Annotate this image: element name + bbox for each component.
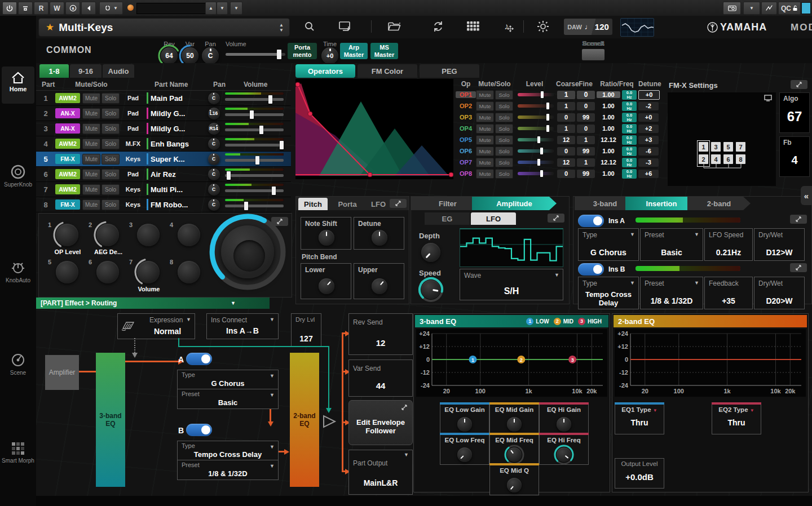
part-row[interactable]: 7 AWM2 Mute Solo Keys Multi Pi... C <box>36 182 291 197</box>
part-row[interactable]: 5 FM-X Mute Solo Keys Super K... C <box>36 152 291 167</box>
operator-level-slider[interactable] <box>518 149 554 153</box>
rev-send-box[interactable]: Rev Send 12 <box>348 313 413 355</box>
fx-field-box[interactable]: Type ▼ Tempo Cross Delay <box>578 277 639 309</box>
read-button[interactable]: R <box>34 2 48 15</box>
part-volume-thumb[interactable] <box>255 156 259 165</box>
ins-a-expand-button[interactable] <box>790 215 807 224</box>
eq-knob[interactable] <box>557 447 571 462</box>
tab-parts-1-8[interactable]: 1-8 <box>39 64 69 78</box>
eq-knob[interactable] <box>507 447 522 462</box>
operator-solo-button[interactable]: Solo <box>495 101 513 111</box>
operator-ratio[interactable]: 1.00 <box>597 91 620 98</box>
settings-button[interactable] <box>535 19 551 34</box>
operator-solo-button[interactable]: Solo <box>495 158 513 167</box>
fx-field-box[interactable]: Dry/Wet ▼ D12>W <box>754 228 805 261</box>
operator-coarse[interactable]: 1 <box>557 91 575 99</box>
operator-ratio[interactable]: 1.00 <box>597 170 620 177</box>
operator-level-slider[interactable] <box>518 104 554 108</box>
operator-fine[interactable]: 0 <box>577 91 595 99</box>
tab-peg[interactable]: PEG <box>420 64 479 78</box>
lfo-wave-select[interactable]: Wave ▼ S/H <box>460 269 563 300</box>
part-mute-button[interactable]: Mute <box>82 108 100 119</box>
part-pan-knob[interactable]: C <box>208 92 220 104</box>
operator-detune[interactable]: +2 <box>638 125 659 133</box>
eq-knob-box[interactable]: EQ Mid Gain <box>489 404 539 434</box>
tab-amp-eg[interactable]: EG <box>425 212 470 225</box>
assign-knob[interactable] <box>178 224 200 246</box>
favorite-star-icon[interactable]: ★ <box>46 21 54 33</box>
tab-operators[interactable]: Operators <box>295 64 355 78</box>
trigger-button[interactable] <box>761 2 777 15</box>
part-pan-knob[interactable]: C <box>208 153 220 165</box>
pitch-bend-upper-knob[interactable] <box>372 278 387 294</box>
fmx-algorithm-display[interactable]: 1357 2468 <box>668 92 776 186</box>
operator-ratio[interactable]: 1.00 <box>597 114 620 121</box>
eq-knob-box[interactable]: EQ Hi Freq <box>539 434 589 465</box>
part-pan-knob[interactable]: C <box>208 199 220 211</box>
scene-pad[interactable] <box>581 48 605 61</box>
operator-row[interactable]: OP7 Mute Solo 12 1 12.12 0.0Hz -3 <box>456 157 665 168</box>
sync-button[interactable] <box>430 19 447 34</box>
part-solo-button[interactable]: Solo <box>102 123 120 134</box>
part-solo-button[interactable]: Solo <box>102 93 120 104</box>
eq2-type-box[interactable]: EQ2 Type ▼ Thru <box>712 404 761 434</box>
operator-ratio[interactable]: 1.00 <box>597 148 620 154</box>
list-dropdown-button[interactable]: ▼ <box>230 2 242 15</box>
operator-detune[interactable]: -6 <box>638 147 659 156</box>
operator-mute-button[interactable]: Mute <box>476 113 494 122</box>
operator-fine[interactable]: 99 <box>577 147 595 156</box>
part-row[interactable]: 6 AWM2 Mute Solo Pad Air Rez C <box>36 167 291 182</box>
operator-mute-button[interactable]: Mute <box>476 169 494 179</box>
operator-mute-button[interactable]: Mute <box>476 124 494 134</box>
sidebar-item-scene[interactable]: Scene <box>2 349 34 385</box>
operator-coarse[interactable]: 0 <box>557 170 575 178</box>
fx-field-box[interactable]: Preset ▼ Basic <box>640 228 703 261</box>
connector-select[interactable]: ▼ <box>99 2 123 15</box>
value-field[interactable] <box>136 3 206 14</box>
part-row[interactable]: 3 AN-X Mute Solo Pad Mildly G... R14 <box>36 121 291 136</box>
operator-level-thumb[interactable] <box>540 170 543 177</box>
fx-field-box[interactable]: Preset ▼ 1/8 & 1/32D <box>640 277 703 309</box>
pan-knob[interactable]: C <box>202 47 219 64</box>
eq-knob[interactable] <box>557 417 571 432</box>
part-volume-thumb[interactable] <box>272 187 276 195</box>
part-mute-button[interactable]: Mute <box>82 93 100 104</box>
note-assign-button[interactable]: ♪ <box>500 19 517 34</box>
operator-level-thumb[interactable] <box>537 159 540 166</box>
part-volume-thumb[interactable] <box>227 171 231 180</box>
stop-button[interactable] <box>18 2 33 15</box>
ms-master-button[interactable]: MS Master <box>370 43 398 59</box>
operator-level-slider[interactable] <box>518 93 554 96</box>
detune-box[interactable]: Detune <box>354 217 404 250</box>
operator-detune[interactable]: -3 <box>638 158 659 167</box>
operator-solo-button[interactable]: Solo <box>495 113 513 122</box>
output-level-box[interactable]: Output Level +0.0dB <box>615 458 664 489</box>
operator-level-thumb[interactable] <box>540 148 543 154</box>
eq-knob-box[interactable]: EQ Low Gain <box>440 404 489 434</box>
3band-eq-graph[interactable]: +24+120-12-24201001k10k20k123 <box>416 329 607 397</box>
sidebar-item-superknob[interactable]: SuperKnob <box>2 161 34 197</box>
operator-level-thumb[interactable] <box>541 91 544 98</box>
chain-a-toggle[interactable] <box>186 353 212 365</box>
tab-parts-9-16[interactable]: 9-16 <box>70 64 102 78</box>
operator-coarse[interactable]: 0 <box>557 147 575 156</box>
assign-knob[interactable] <box>137 261 160 283</box>
part-volume-slider[interactable] <box>225 159 284 162</box>
operator-row[interactable]: OP2 Mute Solo 1 0 1.00 0.0Hz -2 <box>456 100 665 112</box>
operator-row[interactable]: OP6 Mute Solo 0 99 1.00 0.0Hz -6 <box>456 145 665 157</box>
part-solo-button[interactable]: Solo <box>102 169 120 180</box>
part-solo-button[interactable]: Solo <box>102 154 120 165</box>
operator-row[interactable]: OP3 Mute Solo 0 99 1.00 0.0Hz +0 <box>456 112 665 123</box>
operator-mute-button[interactable]: Mute <box>476 90 494 100</box>
operator-level-slider[interactable] <box>518 161 554 164</box>
part-solo-button[interactable]: Solo <box>102 139 120 149</box>
tab-amp-lfo[interactable]: LFO <box>471 212 516 225</box>
part-solo-button[interactable]: Solo <box>102 108 120 119</box>
eq-knob-box[interactable]: EQ Hi Gain <box>539 404 589 434</box>
eq-knob[interactable] <box>457 447 472 462</box>
part-row[interactable]: 2 AN-X Mute Solo Pad Mildly G... L16 <box>36 106 291 121</box>
operator-fine[interactable]: 99 <box>577 113 595 122</box>
sidebar-item-smart-morph[interactable]: Smart Morph <box>2 437 34 482</box>
performance-name-box[interactable]: ★ Multi-Keys ▲▼ <box>38 18 290 37</box>
tab-2band[interactable]: 2-band <box>687 197 751 210</box>
